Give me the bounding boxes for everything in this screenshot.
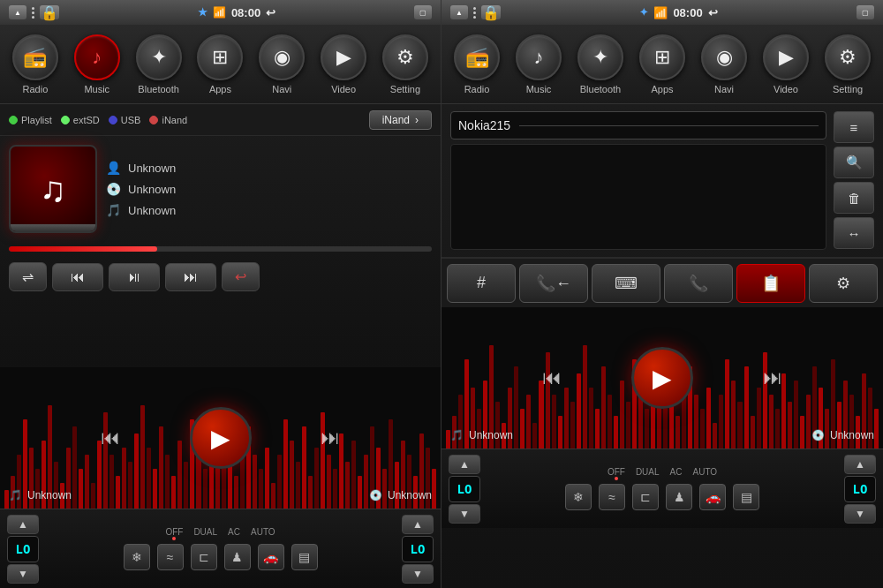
- right-lock-icon: 🔒: [481, 5, 501, 19]
- right-viz-play-button[interactable]: ▶: [631, 347, 693, 409]
- right-temp-down[interactable]: ▼: [402, 564, 434, 584]
- source-inand[interactable]: iNand: [149, 115, 187, 125]
- right-mode-ac[interactable]: AC: [670, 467, 683, 480]
- nav-item-navi[interactable]: ◉ Navi: [259, 34, 305, 94]
- phone-settings-btn[interactable]: ⚙: [809, 264, 878, 303]
- repeat-button[interactable]: ↩: [222, 262, 260, 291]
- right-mode-dual[interactable]: DUAL: [636, 467, 660, 480]
- right-mode-auto[interactable]: AUTO: [692, 467, 717, 480]
- right-video-label: Video: [774, 84, 798, 94]
- phone-call-history-btn[interactable]: 📞←: [519, 264, 588, 303]
- right-left-temp-up[interactable]: ▲: [449, 455, 480, 474]
- car-icon[interactable]: 🚗: [258, 544, 284, 570]
- mode-dual[interactable]: DUAL: [193, 527, 217, 540]
- nav-item-radio[interactable]: 📻 Radio: [12, 34, 58, 94]
- right-mode-off[interactable]: OFF: [608, 467, 625, 480]
- right-time: 08:00: [673, 6, 702, 19]
- phone-transfer-btn[interactable]: ↔: [834, 217, 874, 249]
- right-radio-icon: 📻: [465, 46, 489, 69]
- right-left-temp-down[interactable]: ▼: [449, 504, 480, 524]
- right-apps-icon: ⊞: [654, 46, 670, 69]
- inand-button[interactable]: iNand ›: [369, 110, 432, 130]
- viz-play-button[interactable]: ▶: [190, 407, 252, 469]
- right-nav-bluetooth[interactable]: ✦ Bluetooth: [577, 34, 623, 94]
- usb-dot: [109, 116, 117, 124]
- track-item-title: 🎵 Unknown: [106, 203, 432, 217]
- next-button[interactable]: ⏭: [165, 263, 216, 291]
- prev-button[interactable]: ⏮: [52, 263, 103, 291]
- mode-auto[interactable]: AUTO: [251, 527, 275, 540]
- nav-item-apps[interactable]: ⊞ Apps: [197, 34, 243, 94]
- right-seat-icon[interactable]: ⊏: [632, 484, 659, 510]
- minimize-btn[interactable]: ▲: [9, 5, 26, 19]
- status-right: ▢: [414, 5, 432, 19]
- right-right-temp-down[interactable]: ▼: [844, 504, 876, 524]
- right-right-temp-up[interactable]: ▲: [844, 455, 876, 474]
- phone-contacts-btn[interactable]: ⌨: [592, 264, 660, 303]
- navi-icon: ◉: [274, 46, 291, 69]
- right-fan-icon[interactable]: ≈: [599, 484, 625, 510]
- shuffle-button[interactable]: ⇌: [9, 262, 47, 291]
- right-temp-display: LO: [402, 536, 434, 562]
- phone-delete-btn[interactable]: 🗑: [834, 182, 874, 214]
- nav-item-setting[interactable]: ⚙ Setting: [382, 34, 428, 94]
- right-viz-prev-button[interactable]: ⏮: [542, 366, 562, 389]
- mode-ac[interactable]: AC: [228, 527, 240, 540]
- status-center: ★ 📶 08:00 ↩: [198, 6, 275, 19]
- right-car-icon[interactable]: 🚗: [699, 484, 726, 510]
- defrost-icon[interactable]: ❄: [124, 544, 150, 570]
- window-icon[interactable]: ▢: [414, 5, 432, 19]
- right-viz-next-button[interactable]: ⏭: [763, 366, 782, 389]
- body-icon[interactable]: ♟: [224, 544, 251, 570]
- right-music-circle: ♪: [516, 34, 562, 80]
- phone-active-btn[interactable]: 📋: [736, 264, 805, 303]
- phone-answer-btn[interactable]: 📞: [664, 264, 733, 303]
- progress-bar[interactable]: [9, 246, 432, 252]
- playlist-label: Playlist: [21, 115, 52, 125]
- controls-bar: ⇌ ⏮ ⏯ ⏭ ↩: [0, 259, 441, 298]
- source-usb[interactable]: USB: [109, 115, 141, 125]
- seat-icon[interactable]: ⊏: [191, 544, 217, 570]
- phone-search-btn[interactable]: 🔍: [834, 147, 874, 178]
- track-list: 👤 Unknown 💿 Unknown 🎵 Unknown: [106, 145, 432, 233]
- right-defrost-icon[interactable]: ❄: [565, 484, 592, 510]
- left-temp-up[interactable]: ▲: [7, 515, 39, 534]
- right-nav-navi[interactable]: ◉ Navi: [701, 34, 747, 94]
- right-video-icon: ▶: [779, 46, 794, 69]
- phone-dialpad-btn[interactable]: #: [447, 264, 516, 303]
- right-body-icon[interactable]: ♟: [666, 484, 692, 510]
- right-nav-apps[interactable]: ⊞ Apps: [639, 34, 685, 94]
- right-menu-dots[interactable]: [472, 5, 478, 20]
- left-temp-down[interactable]: ▼: [7, 564, 39, 584]
- climate-modes-left: OFF DUAL AC AUTO: [42, 527, 398, 540]
- right-nav-radio[interactable]: 📻 Radio: [454, 34, 500, 94]
- phone-list-btn[interactable]: ≡: [834, 111, 874, 143]
- mode-off[interactable]: OFF: [165, 527, 183, 540]
- play-pause-button[interactable]: ⏯: [109, 263, 160, 291]
- vent-icon[interactable]: ▤: [291, 544, 318, 570]
- right-nav-music[interactable]: ♪ Music: [516, 34, 562, 94]
- phone-sidebar-buttons: ≡ 🔍 🗑 ↔: [834, 111, 874, 249]
- fan-icon[interactable]: ≈: [157, 544, 184, 570]
- right-nav-video[interactable]: ▶ Video: [763, 34, 809, 94]
- video-icon-circle: ▶: [321, 34, 366, 80]
- right-setting-label: Setting: [833, 84, 863, 94]
- menu-dots[interactable]: [30, 5, 36, 20]
- right-window-icon[interactable]: ▢: [857, 5, 874, 19]
- source-extsd[interactable]: extSD: [61, 115, 100, 125]
- right-nav-setting[interactable]: ⚙ Setting: [825, 34, 871, 94]
- viz-track-left-label: Unknown: [27, 489, 72, 501]
- inand-label: iNand: [162, 115, 187, 125]
- viz-next-button[interactable]: ⏭: [321, 426, 340, 449]
- right-viz-track-left-label: Unknown: [469, 429, 513, 441]
- viz-prev-button[interactable]: ⏮: [101, 426, 120, 449]
- right-minimize-btn[interactable]: ▲: [450, 5, 468, 19]
- nav-item-music[interactable]: ♪ Music: [74, 34, 120, 94]
- right-temp-up[interactable]: ▲: [402, 515, 434, 534]
- nav-item-bluetooth[interactable]: ✦ Bluetooth: [136, 34, 182, 94]
- right-vent-icon[interactable]: ▤: [733, 484, 759, 510]
- nav-item-video[interactable]: ▶ Video: [321, 34, 366, 94]
- phone-name-field: Nokia215: [450, 111, 826, 139]
- right-left-temp-display: LO: [449, 476, 480, 502]
- source-playlist[interactable]: Playlist: [9, 115, 52, 125]
